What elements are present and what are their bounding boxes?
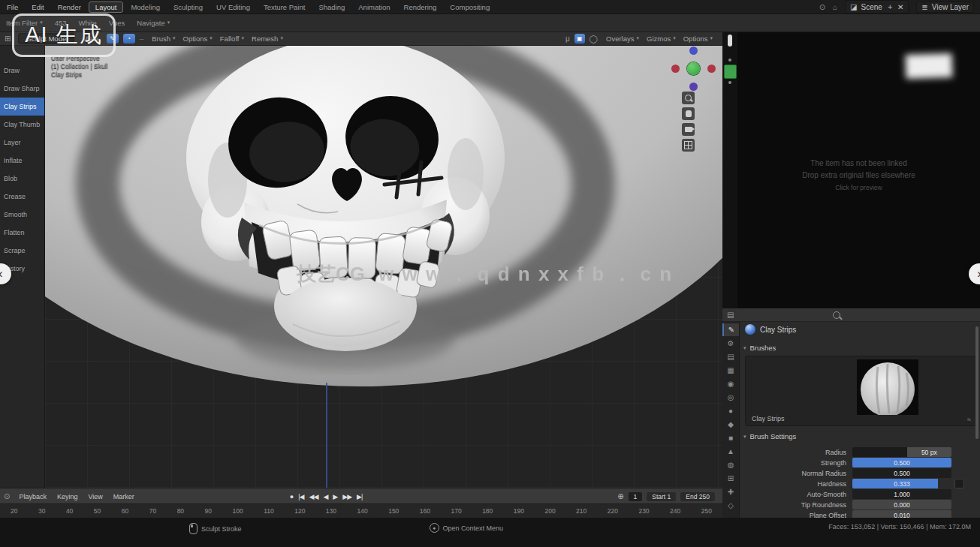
scrollbar-handle[interactable] xyxy=(728,35,732,47)
grid-view-button[interactable] xyxy=(682,139,695,152)
outliner-panel[interactable]: The item has not been linkedDrop extra o… xyxy=(737,32,980,308)
new-scene-icon[interactable]: ＋ xyxy=(886,2,894,12)
frame-end-field[interactable]: End 250 xyxy=(680,492,715,501)
tab-sculpting[interactable]: Sculpting xyxy=(167,2,209,12)
tool-item-clay-thumb[interactable]: Clay Thumb xyxy=(0,116,44,134)
frame-tick-100: 100 xyxy=(233,507,243,515)
dropdown-gizmos[interactable]: Gizmos▾ xyxy=(643,35,680,43)
editor-type-icon[interactable]: ⊞ xyxy=(5,35,11,43)
strength-slider[interactable]: 0.500 xyxy=(852,458,951,467)
tool-item-flatten[interactable]: Flatten xyxy=(0,224,44,242)
dropdown-options[interactable]: Options▾ xyxy=(179,35,216,43)
timeline-menu-view[interactable]: View xyxy=(83,493,107,500)
menu-render[interactable]: Render xyxy=(51,3,88,11)
tip-roundness-slider[interactable]: 0.000 xyxy=(852,500,951,509)
tool-item-blob[interactable]: Blob xyxy=(0,170,44,188)
snap-icon[interactable]: μ xyxy=(565,35,570,43)
axis-y-dot[interactable] xyxy=(687,62,700,75)
properties-tab-modifiers[interactable]: ◆ xyxy=(722,418,739,431)
tool-item-inflate[interactable]: Inflate xyxy=(0,152,44,170)
current-frame-field[interactable]: 1 xyxy=(629,492,643,501)
home-icon[interactable]: ⌂ xyxy=(833,3,837,11)
view-layer-selector[interactable]: ≣ View Layer xyxy=(916,2,974,13)
tool-item-draw[interactable]: Draw xyxy=(0,62,44,80)
properties-tab-tool[interactable]: ✎ xyxy=(722,323,739,336)
tab-animation[interactable]: Animation xyxy=(352,2,396,12)
brush-preview-box[interactable]: Clay Strips ≈ xyxy=(745,356,976,426)
camera-view-button[interactable] xyxy=(682,123,695,136)
properties-tab-object[interactable]: ● xyxy=(722,404,739,417)
scene-selector[interactable]: ◪ Scene ＋ ✕ xyxy=(845,0,909,14)
normal-radius-slider[interactable]: 0.500 xyxy=(852,468,951,478)
properties-scrollbar[interactable] xyxy=(975,326,978,439)
prev-keyframe-button[interactable]: ◀◀ xyxy=(309,493,318,500)
play-reverse-button[interactable]: ◀ xyxy=(323,493,327,500)
dropdown-options[interactable]: Options▾ xyxy=(680,35,716,43)
view-layer-icon: ≣ xyxy=(921,3,927,11)
properties-tab-world[interactable]: ◎ xyxy=(722,391,739,404)
delete-scene-icon[interactable]: ✕ xyxy=(897,3,903,11)
timeline-menu-keying[interactable]: Keying xyxy=(52,493,83,500)
menu-edit[interactable]: Edit xyxy=(25,3,50,11)
play-button[interactable]: ▶ xyxy=(333,493,337,500)
timeline-menu-playback[interactable]: Playback xyxy=(14,493,52,500)
properties-tab-particles[interactable]: ■ xyxy=(722,431,739,444)
frame-ruler[interactable]: 2030405060708090100110120130140150160170… xyxy=(0,503,722,518)
tool-item-clay-strips[interactable]: Clay Strips xyxy=(0,98,44,116)
properties-tab-output[interactable]: ▤ xyxy=(722,350,739,363)
timeline-menu-marker[interactable]: Marker xyxy=(108,493,140,500)
auto-smooth-slider[interactable]: 1.000 xyxy=(852,489,951,499)
tool-item-scrape[interactable]: Scrape xyxy=(0,242,44,260)
dropdown-overlays[interactable]: Overlays▾ xyxy=(602,35,643,43)
clock-icon[interactable]: ⊙ xyxy=(819,3,825,11)
move-view-button[interactable] xyxy=(682,107,695,120)
frame-start-field[interactable]: Start 1 xyxy=(647,492,676,501)
tab-modeling[interactable]: Modeling xyxy=(125,2,166,12)
mask-tool-button[interactable]: ◔ xyxy=(123,34,135,44)
tab-texture-paint[interactable]: Texture Paint xyxy=(258,2,311,12)
overlay-toggle-icon[interactable]: ▣ xyxy=(574,34,585,44)
dropdown-brush[interactable]: Brush▾ xyxy=(148,35,179,43)
brushes-section-header[interactable]: ▾ Brushes xyxy=(743,344,776,352)
next-keyframe-button[interactable]: ▶▶ xyxy=(342,493,351,500)
tool-item-layer[interactable]: Layer xyxy=(0,134,44,152)
axis-z-dot[interactable] xyxy=(689,47,698,55)
viewport-dropdowns: Brush▾Options▾Falloff▾Remesh▾ xyxy=(148,35,287,43)
axis-x-neg-dot[interactable] xyxy=(707,65,716,73)
axis-x-dot[interactable] xyxy=(671,65,680,73)
tool-item-crease[interactable]: Crease xyxy=(0,188,44,206)
preview-settings-icon[interactable]: ≈ xyxy=(967,416,971,423)
tab-layout[interactable]: Layout xyxy=(89,2,124,13)
properties-tab-view-layer[interactable]: ▦ xyxy=(722,364,739,377)
axis-z-neg-dot[interactable] xyxy=(689,83,698,91)
secondary-item-4[interactable]: Navigate▾ xyxy=(131,19,176,27)
setting-checkbox[interactable] xyxy=(954,479,964,488)
navigation-gizmo[interactable] xyxy=(668,45,721,98)
tool-item-draw-sharp[interactable]: Draw Sharp xyxy=(0,80,44,98)
dropdown-remesh[interactable]: Remesh▾ xyxy=(248,35,287,43)
tab-compositing[interactable]: Compositing xyxy=(444,2,496,12)
sync-icon[interactable]: ⊕ xyxy=(617,492,623,500)
brush-settings-section-header[interactable]: ▾ Brush Settings xyxy=(743,432,796,440)
selected-object-icon[interactable] xyxy=(724,65,737,79)
setting-row-auto-smooth: Auto-Smooth1.000 xyxy=(722,489,980,499)
tab-shading[interactable]: Shading xyxy=(312,2,351,12)
jump-end-button[interactable]: ▶| xyxy=(357,493,362,500)
properties-search-icon[interactable] xyxy=(833,311,840,319)
zoom-view-button[interactable] xyxy=(682,92,695,104)
menu-file[interactable]: File xyxy=(0,3,25,11)
jump-start-button[interactable]: |◀ xyxy=(298,493,303,500)
properties-tab-render[interactable]: ⚙ xyxy=(722,337,739,350)
hardness-slider[interactable]: 0.333 xyxy=(852,479,951,488)
dropdown-falloff[interactable]: Falloff▾ xyxy=(216,35,248,43)
tab-uv-editing[interactable]: UV Editing xyxy=(210,2,256,12)
properties-icon[interactable]: ▤ xyxy=(722,311,738,319)
record-button[interactable]: ● xyxy=(290,493,293,500)
tool-item-smooth[interactable]: Smooth xyxy=(0,206,44,224)
timeline-editor-icon[interactable]: ⊙ xyxy=(0,492,14,500)
properties-tab-scene[interactable]: ◉ xyxy=(722,377,739,390)
proportional-icon[interactable]: ◯ xyxy=(590,35,598,43)
brush-name-label: Clay Strips xyxy=(752,415,785,422)
tab-rendering[interactable]: Rendering xyxy=(398,2,443,12)
radius-slider[interactable]: 50 px xyxy=(852,447,951,457)
